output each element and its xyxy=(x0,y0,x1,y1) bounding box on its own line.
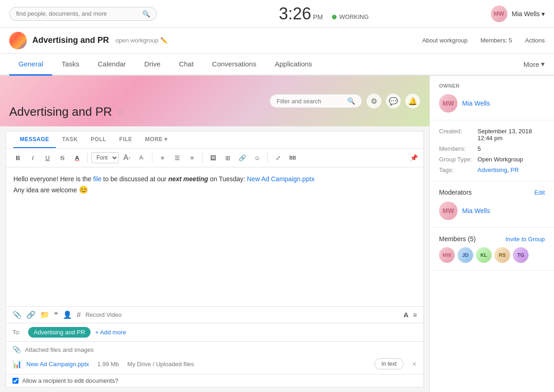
pptx-icon: 📊 xyxy=(12,360,22,368)
moderator-avatar: MW xyxy=(439,202,458,220)
tab-tasks[interactable]: Tasks xyxy=(52,53,88,76)
owner-name[interactable]: Mia Wells xyxy=(462,100,490,107)
folder-icon[interactable]: 📁 xyxy=(40,310,49,319)
pencil-icon[interactable]: ✏️ xyxy=(160,37,168,44)
attached-section: 📎 Attached files and images 📊 New Ad Cam… xyxy=(6,341,423,374)
about-workgroup-link[interactable]: About workgroup xyxy=(422,37,467,44)
add-more-button[interactable]: + Add more xyxy=(95,329,126,336)
info-grid: Created: September 13, 2018 12:44 pm Mem… xyxy=(439,128,545,173)
member-avatar-2[interactable]: JD xyxy=(458,247,473,263)
tab-general[interactable]: General xyxy=(9,53,52,76)
expand-button[interactable]: ⤢ xyxy=(271,151,284,164)
close-icon[interactable]: ✕ xyxy=(412,361,417,368)
member-avatar-3[interactable]: KL xyxy=(476,247,492,263)
edit-documents-checkbox[interactable] xyxy=(12,378,18,384)
to-tag[interactable]: Advertising and PR xyxy=(28,327,90,338)
compose-text-line1: Hello everyone! Here is the file to be d… xyxy=(13,174,416,184)
search-input[interactable] xyxy=(16,10,138,17)
composer-tab-poll[interactable]: POLL xyxy=(84,131,113,148)
font-size-increase-button[interactable]: A+ xyxy=(120,151,133,164)
person-icon[interactable]: 👤 xyxy=(63,310,72,319)
edit-moderators-button[interactable]: Edit xyxy=(535,189,545,196)
moderators-section: Moderators Edit MW Mia Wells xyxy=(430,181,554,228)
filter-search-input[interactable] xyxy=(277,98,343,105)
strikethrough-button[interactable]: S xyxy=(56,151,69,164)
emoji-button[interactable]: ☺ xyxy=(251,151,264,164)
bold-button[interactable]: B xyxy=(12,151,24,164)
member-avatar-1[interactable]: MW xyxy=(439,247,455,263)
insert-link-button[interactable]: 🔗 xyxy=(236,151,249,164)
moderator-name[interactable]: Mia Wells xyxy=(462,207,490,214)
moderators-title: Moderators xyxy=(439,189,472,196)
right-panel: Owner MW Mia Wells Created: September 13… xyxy=(429,76,554,392)
file-link-word[interactable]: file xyxy=(93,175,102,183)
tag-pr[interactable]: PR xyxy=(511,166,519,173)
bbcode-button[interactable]: BB xyxy=(286,151,299,164)
bell-icon[interactable]: 🔔 xyxy=(405,94,420,108)
banner-right: 🔍 ⚙ 💬 🔔 xyxy=(270,94,420,108)
composer: MESSAGE TASK POLL FILE MORE ▾ B I U S A … xyxy=(6,131,424,387)
text-color-button[interactable]: A xyxy=(71,151,84,164)
pin-icon[interactable]: 📌 xyxy=(410,154,418,161)
insert-table-button[interactable]: ⊞ xyxy=(221,151,234,164)
star-icon[interactable]: ☆ xyxy=(117,107,125,118)
file-attachment-link[interactable]: New Ad Campaign.pptx xyxy=(247,175,314,183)
font-size-decrease-button[interactable]: A- xyxy=(135,151,148,164)
members-count-link[interactable]: Members: 5 xyxy=(481,37,512,44)
search-box[interactable]: 🔍 xyxy=(9,7,157,21)
user-name[interactable]: Mia Wells ▾ xyxy=(512,10,545,18)
italic-button[interactable]: I xyxy=(26,151,39,164)
tag-advertising[interactable]: Advertising xyxy=(477,166,507,173)
tab-applications[interactable]: Applications xyxy=(265,53,321,76)
topbar: 🔍 3:26 PM WORKING MW Mia Wells ▾ xyxy=(0,0,554,28)
invite-to-group-button[interactable]: Invite to Group xyxy=(506,236,545,243)
composer-tab-task[interactable]: TASK xyxy=(56,131,84,148)
file-name-link[interactable]: New Ad Campaign.pptx xyxy=(26,361,89,368)
unordered-list-button[interactable]: ☰ xyxy=(171,151,184,164)
separator xyxy=(152,153,152,162)
actions-button[interactable]: Actions xyxy=(525,37,545,44)
composer-tab-message[interactable]: MESSAGE xyxy=(13,131,56,148)
filter-search-box[interactable]: 🔍 xyxy=(270,94,362,108)
members-header: Members (5) Invite to Group xyxy=(439,235,545,243)
chevron-down-icon: ▾ xyxy=(541,60,545,68)
moderator-row: MW Mia Wells xyxy=(439,202,545,220)
workgroup-bar-right: About workgroup Members: 5 Actions xyxy=(422,37,545,44)
tab-chat[interactable]: Chat xyxy=(170,53,203,76)
checkbox-row: Allow a recipient to edit documents? xyxy=(6,374,423,387)
attach-icon[interactable]: 📎 xyxy=(12,310,22,319)
tab-conversations[interactable]: Conversations xyxy=(203,53,265,76)
file-size: 1.99 Mb xyxy=(97,361,119,368)
ordered-list-button[interactable]: ≡ xyxy=(156,151,169,164)
separator xyxy=(267,153,268,162)
in-text-button[interactable]: In text xyxy=(374,358,403,369)
quote-icon[interactable]: ❝ xyxy=(54,310,58,319)
compose-text-line2: Any idea are welcome 😊 xyxy=(13,184,416,196)
composer-tab-more[interactable]: MORE ▾ xyxy=(138,131,174,148)
chat-icon[interactable]: 💬 xyxy=(386,94,401,108)
member-avatar-5[interactable]: TG xyxy=(513,247,529,263)
font-color-icon[interactable]: A xyxy=(403,311,409,319)
tab-drive[interactable]: Drive xyxy=(135,53,170,76)
more-tab[interactable]: More ▾ xyxy=(524,60,545,68)
working-label: WORKING xyxy=(339,13,369,20)
file-location[interactable]: My Drive / Uploaded files xyxy=(127,361,194,368)
hash-icon[interactable]: # xyxy=(77,311,81,319)
composer-tab-file[interactable]: FILE xyxy=(113,131,138,148)
workgroup-type: open workgroup ✏️ xyxy=(115,37,168,44)
tab-calendar[interactable]: Calendar xyxy=(89,53,135,76)
link-icon[interactable]: 🔗 xyxy=(26,310,36,319)
working-status: WORKING xyxy=(332,13,369,20)
owner-avatar: MW xyxy=(439,94,458,113)
workgroup-bar: Advertising and PR open workgroup ✏️ Abo… xyxy=(0,28,554,53)
font-selector[interactable]: Font xyxy=(91,152,119,163)
gear-icon[interactable]: ⚙ xyxy=(367,94,381,108)
list-view-icon[interactable]: ≡ xyxy=(413,311,417,319)
align-button[interactable]: ≡ xyxy=(186,151,199,164)
to-field: To: Advertising and PR + Add more xyxy=(6,323,423,341)
insert-image-button[interactable]: 🖼 xyxy=(206,151,219,164)
record-video-button[interactable]: Record Video xyxy=(85,311,122,318)
member-avatar-4[interactable]: RS xyxy=(494,247,510,263)
underline-button[interactable]: U xyxy=(41,151,54,164)
compose-area[interactable]: Hello everyone! Here is the file to be d… xyxy=(6,167,423,306)
